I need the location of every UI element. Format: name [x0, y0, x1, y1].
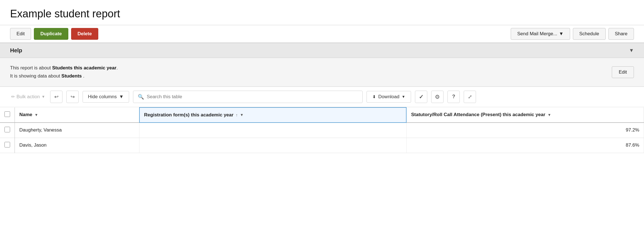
row1-registration-cell	[139, 123, 407, 138]
info-line1-bold: Students this academic year	[52, 65, 116, 71]
delete-button[interactable]: Delete	[71, 28, 98, 40]
page-title: Example student report	[10, 8, 634, 20]
search-input[interactable]	[147, 94, 358, 100]
row1-attendance: 97.2%	[626, 127, 639, 133]
undo-icon: ↩	[54, 94, 59, 100]
data-table-wrapper: Name ▼ Registration form(s) this academi…	[0, 107, 644, 153]
mail-merge-chevron-icon: ▼	[559, 31, 564, 37]
row1-name-cell: Daugherty, Vanessa	[15, 123, 139, 138]
download-label: Download	[378, 94, 400, 100]
row2-name-cell: Davis, Jason	[15, 138, 139, 153]
check-button[interactable]: ✓	[415, 91, 427, 103]
col-header-registration[interactable]: Registration form(s) this academic year …	[139, 107, 407, 123]
table-toolbar: ✏ Bulk action ▼ ↩ ↪ Hide columns ▼ 🔍 ⬇ D…	[0, 87, 644, 107]
bulk-action-label: Bulk action	[17, 94, 40, 100]
name-col-dropdown-icon[interactable]: ▼	[34, 113, 38, 117]
share-button[interactable]: Share	[608, 28, 634, 40]
hide-columns-label: Hide columns	[88, 94, 117, 100]
download-icon: ⬇	[372, 94, 376, 99]
settings-button[interactable]: ⚙	[431, 91, 444, 103]
help-title: Help	[10, 43, 22, 58]
info-text: This report is about Students this acade…	[10, 64, 118, 80]
info-edit-button[interactable]: Edit	[612, 66, 634, 78]
row1-checkbox[interactable]	[4, 127, 10, 132]
sort-up-icon: ↑	[236, 113, 238, 117]
col-attendance-label: Statutory/Roll Call Attendance (Present)…	[411, 112, 545, 118]
row1-attendance-cell: 97.2%	[406, 123, 644, 138]
top-toolbar-left: Edit Duplicate Delete	[10, 28, 98, 40]
col-header-attendance[interactable]: Statutory/Roll Call Attendance (Present)…	[406, 107, 644, 123]
hide-columns-chevron-icon: ▼	[119, 94, 124, 100]
send-mail-merge-button[interactable]: Send Mail Merge... ▼	[511, 28, 570, 40]
attendance-col-dropdown-icon[interactable]: ▼	[548, 113, 551, 117]
redo-icon: ↪	[71, 94, 75, 100]
search-box: 🔍	[133, 91, 363, 103]
bulk-action-button[interactable]: ✏ Bulk action ▼	[10, 92, 46, 102]
row2-attendance-cell: 87.6%	[406, 138, 644, 153]
row2-checkbox[interactable]	[4, 142, 10, 147]
check-icon: ✓	[419, 93, 424, 100]
info-section: This report is about Students this acade…	[0, 58, 644, 87]
info-line1-prefix: This report is about	[10, 65, 52, 71]
row1-checkbox-cell[interactable]	[0, 123, 15, 138]
help-chevron-icon[interactable]: ▼	[629, 48, 634, 53]
bulk-action-chevron-icon: ▼	[41, 95, 45, 99]
undo-button[interactable]: ↩	[50, 91, 62, 103]
row2-name: Davis, Jason	[19, 142, 46, 148]
reg-col-dropdown-icon[interactable]: ▼	[240, 113, 244, 117]
expand-button[interactable]: ⤢	[464, 91, 476, 103]
duplicate-button[interactable]: Duplicate	[34, 28, 68, 40]
help-button[interactable]: ?	[447, 91, 460, 103]
search-icon: 🔍	[138, 94, 144, 100]
download-chevron-icon: ▼	[402, 95, 405, 99]
info-line2-suffix: .	[82, 73, 84, 79]
info-line2-bold: Students	[61, 73, 82, 79]
info-line1-suffix: .	[116, 65, 118, 71]
gear-icon: ⚙	[435, 93, 440, 100]
top-toolbar: Edit Duplicate Delete Send Mail Merge...…	[0, 25, 644, 43]
data-table: Name ▼ Registration form(s) this academi…	[0, 107, 644, 153]
col-header-checkbox[interactable]	[0, 107, 15, 123]
row2-attendance: 87.6%	[626, 142, 639, 148]
col-header-name[interactable]: Name ▼	[15, 107, 139, 123]
info-line2-prefix: It is showing data about	[10, 73, 61, 79]
download-button[interactable]: ⬇ Download ▼	[367, 91, 411, 103]
pencil-icon: ✏	[11, 94, 15, 99]
row2-checkbox-cell[interactable]	[0, 138, 15, 153]
table-row: Davis, Jason 87.6%	[0, 138, 644, 153]
row1-name: Daugherty, Vanessa	[19, 127, 62, 133]
top-toolbar-right: Send Mail Merge... ▼ Schedule Share	[511, 28, 634, 40]
col-reg-label: Registration form(s) this academic year	[144, 112, 234, 118]
col-name-label: Name	[19, 112, 32, 118]
redo-button[interactable]: ↪	[66, 91, 79, 103]
question-icon: ?	[452, 94, 455, 100]
hide-columns-button[interactable]: Hide columns ▼	[83, 91, 129, 103]
edit-button[interactable]: Edit	[10, 28, 31, 40]
table-row: Daugherty, Vanessa 97.2%	[0, 123, 644, 138]
schedule-button[interactable]: Schedule	[573, 28, 606, 40]
row2-registration-cell	[139, 138, 407, 153]
expand-icon: ⤢	[468, 94, 472, 100]
select-all-checkbox[interactable]	[4, 111, 10, 117]
help-section: Help ▼	[0, 43, 644, 58]
